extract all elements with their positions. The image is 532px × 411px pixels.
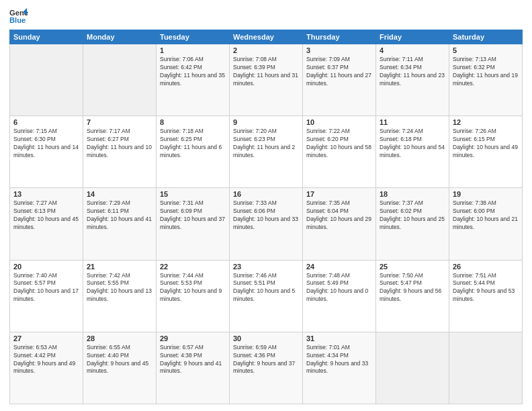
calendar-cell: 26Sunrise: 7:51 AMSunset: 5:44 PMDayligh… <box>449 260 523 332</box>
calendar-cell: 5Sunrise: 7:13 AMSunset: 6:32 PMDaylight… <box>449 44 523 116</box>
day-info: Sunrise: 7:18 AMSunset: 6:25 PMDaylight:… <box>160 128 226 160</box>
day-info: Sunrise: 7:09 AMSunset: 6:37 PMDaylight:… <box>306 56 372 88</box>
day-info: Sunrise: 7:11 AMSunset: 6:34 PMDaylight:… <box>380 56 445 88</box>
day-number: 24 <box>306 263 372 271</box>
day-info: Sunrise: 7:20 AMSunset: 6:23 PMDaylight:… <box>233 128 299 160</box>
calendar-header-tuesday: Tuesday <box>157 30 230 44</box>
day-number: 30 <box>233 334 299 342</box>
day-info: Sunrise: 7:01 AMSunset: 4:34 PMDaylight:… <box>306 344 372 376</box>
calendar-header-saturday: Saturday <box>449 30 523 44</box>
calendar-week-row: 27Sunrise: 6:53 AMSunset: 4:42 PMDayligh… <box>10 332 523 404</box>
calendar-cell: 28Sunrise: 6:55 AMSunset: 4:40 PMDayligh… <box>83 332 157 404</box>
day-info: Sunrise: 7:06 AMSunset: 6:42 PMDaylight:… <box>160 56 226 88</box>
calendar-cell: 10Sunrise: 7:22 AMSunset: 6:20 PMDayligh… <box>303 116 376 188</box>
day-number: 7 <box>87 118 152 126</box>
day-number: 2 <box>233 46 299 54</box>
day-info: Sunrise: 7:27 AMSunset: 6:13 PMDaylight:… <box>13 199 79 232</box>
calendar-cell <box>10 44 83 116</box>
day-info: Sunrise: 7:13 AMSunset: 6:32 PMDaylight:… <box>453 56 519 88</box>
day-info: Sunrise: 7:44 AMSunset: 5:53 PMDaylight:… <box>160 272 226 304</box>
calendar-cell: 3Sunrise: 7:09 AMSunset: 6:37 PMDaylight… <box>303 44 376 116</box>
calendar-cell <box>449 332 523 404</box>
day-number: 26 <box>453 263 519 271</box>
calendar-cell: 6Sunrise: 7:15 AMSunset: 6:30 PMDaylight… <box>10 116 83 188</box>
day-info: Sunrise: 7:31 AMSunset: 6:09 PMDaylight:… <box>160 199 226 232</box>
day-number: 22 <box>160 263 226 271</box>
calendar-week-row: 13Sunrise: 7:27 AMSunset: 6:13 PMDayligh… <box>10 188 523 260</box>
page-container: General Blue SundayMondayTuesdayWednesda… <box>0 0 532 411</box>
calendar-cell: 25Sunrise: 7:50 AMSunset: 5:47 PMDayligh… <box>376 260 449 332</box>
calendar-cell: 4Sunrise: 7:11 AMSunset: 6:34 PMDaylight… <box>376 44 449 116</box>
calendar-cell: 19Sunrise: 7:38 AMSunset: 6:00 PMDayligh… <box>449 188 523 260</box>
day-number: 29 <box>160 334 226 342</box>
calendar-cell: 30Sunrise: 6:59 AMSunset: 4:36 PMDayligh… <box>230 332 303 404</box>
day-info: Sunrise: 6:59 AMSunset: 4:36 PMDaylight:… <box>233 344 299 376</box>
day-number: 23 <box>233 263 299 271</box>
day-number: 6 <box>13 118 79 126</box>
calendar-cell <box>376 332 449 404</box>
day-info: Sunrise: 7:24 AMSunset: 6:18 PMDaylight:… <box>380 128 445 160</box>
day-info: Sunrise: 7:50 AMSunset: 5:47 PMDaylight:… <box>380 272 445 304</box>
calendar-header-row: SundayMondayTuesdayWednesdayThursdayFrid… <box>10 30 523 44</box>
day-number: 1 <box>160 46 226 54</box>
day-number: 14 <box>87 190 152 198</box>
day-number: 21 <box>87 263 152 271</box>
day-info: Sunrise: 7:08 AMSunset: 6:39 PMDaylight:… <box>233 56 299 88</box>
day-info: Sunrise: 7:37 AMSunset: 6:02 PMDaylight:… <box>380 199 445 232</box>
day-number: 19 <box>453 190 519 198</box>
day-number: 17 <box>306 190 372 198</box>
calendar-header-wednesday: Wednesday <box>230 30 303 44</box>
calendar-cell: 15Sunrise: 7:31 AMSunset: 6:09 PMDayligh… <box>157 188 230 260</box>
calendar-cell: 1Sunrise: 7:06 AMSunset: 6:42 PMDaylight… <box>157 44 230 116</box>
calendar-cell: 8Sunrise: 7:18 AMSunset: 6:25 PMDaylight… <box>157 116 230 188</box>
day-number: 28 <box>87 334 152 342</box>
calendar-cell: 23Sunrise: 7:46 AMSunset: 5:51 PMDayligh… <box>230 260 303 332</box>
calendar-cell: 7Sunrise: 7:17 AMSunset: 6:27 PMDaylight… <box>83 116 157 188</box>
day-number: 25 <box>380 263 445 271</box>
calendar-cell: 9Sunrise: 7:20 AMSunset: 6:23 PMDaylight… <box>230 116 303 188</box>
day-info: Sunrise: 6:53 AMSunset: 4:42 PMDaylight:… <box>13 344 79 376</box>
day-number: 10 <box>306 118 372 126</box>
calendar-cell: 31Sunrise: 7:01 AMSunset: 4:34 PMDayligh… <box>303 332 376 404</box>
calendar-header-thursday: Thursday <box>303 30 376 44</box>
day-number: 5 <box>453 46 519 54</box>
day-info: Sunrise: 7:38 AMSunset: 6:00 PMDaylight:… <box>453 199 519 232</box>
day-info: Sunrise: 6:57 AMSunset: 4:38 PMDaylight:… <box>160 344 226 376</box>
day-number: 12 <box>453 118 519 126</box>
day-info: Sunrise: 7:33 AMSunset: 6:06 PMDaylight:… <box>233 199 299 232</box>
day-number: 11 <box>380 118 445 126</box>
calendar-cell: 27Sunrise: 6:53 AMSunset: 4:42 PMDayligh… <box>10 332 83 404</box>
day-number: 18 <box>380 190 445 198</box>
logo: General Blue <box>9 7 28 26</box>
calendar-cell: 20Sunrise: 7:40 AMSunset: 5:57 PMDayligh… <box>10 260 83 332</box>
calendar-header-sunday: Sunday <box>10 30 83 44</box>
calendar-cell: 18Sunrise: 7:37 AMSunset: 6:02 PMDayligh… <box>376 188 449 260</box>
calendar-week-row: 1Sunrise: 7:06 AMSunset: 6:42 PMDaylight… <box>10 44 523 116</box>
day-info: Sunrise: 7:48 AMSunset: 5:49 PMDaylight:… <box>306 272 372 304</box>
day-number: 15 <box>160 190 226 198</box>
day-info: Sunrise: 7:15 AMSunset: 6:30 PMDaylight:… <box>13 128 79 160</box>
calendar-cell: 13Sunrise: 7:27 AMSunset: 6:13 PMDayligh… <box>10 188 83 260</box>
calendar-cell: 22Sunrise: 7:44 AMSunset: 5:53 PMDayligh… <box>157 260 230 332</box>
day-number: 8 <box>160 118 226 126</box>
calendar-week-row: 20Sunrise: 7:40 AMSunset: 5:57 PMDayligh… <box>10 260 523 332</box>
day-info: Sunrise: 7:35 AMSunset: 6:04 PMDaylight:… <box>306 199 372 232</box>
calendar-cell: 24Sunrise: 7:48 AMSunset: 5:49 PMDayligh… <box>303 260 376 332</box>
calendar-cell: 14Sunrise: 7:29 AMSunset: 6:11 PMDayligh… <box>83 188 157 260</box>
day-info: Sunrise: 6:55 AMSunset: 4:40 PMDaylight:… <box>87 344 152 376</box>
header: General Blue <box>9 7 523 26</box>
day-number: 27 <box>13 334 79 342</box>
calendar-cell <box>83 44 157 116</box>
day-number: 16 <box>233 190 299 198</box>
calendar-cell: 21Sunrise: 7:42 AMSunset: 5:55 PMDayligh… <box>83 260 157 332</box>
day-number: 3 <box>306 46 372 54</box>
calendar-cell: 16Sunrise: 7:33 AMSunset: 6:06 PMDayligh… <box>230 188 303 260</box>
day-info: Sunrise: 7:29 AMSunset: 6:11 PMDaylight:… <box>87 199 152 232</box>
day-number: 9 <box>233 118 299 126</box>
calendar-cell: 11Sunrise: 7:24 AMSunset: 6:18 PMDayligh… <box>376 116 449 188</box>
calendar-header-monday: Monday <box>83 30 157 44</box>
day-info: Sunrise: 7:51 AMSunset: 5:44 PMDaylight:… <box>453 272 519 304</box>
calendar-cell: 12Sunrise: 7:26 AMSunset: 6:15 PMDayligh… <box>449 116 523 188</box>
calendar-cell: 2Sunrise: 7:08 AMSunset: 6:39 PMDaylight… <box>230 44 303 116</box>
calendar-cell: 29Sunrise: 6:57 AMSunset: 4:38 PMDayligh… <box>157 332 230 404</box>
